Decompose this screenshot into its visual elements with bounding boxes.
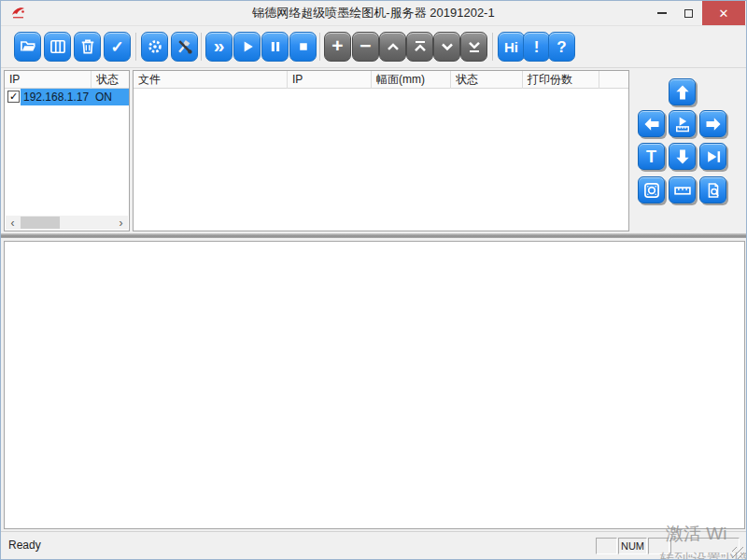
file-column-header[interactable]: 文件 bbox=[134, 71, 288, 89]
open-file-icon bbox=[19, 37, 37, 56]
chevron-up-icon bbox=[384, 37, 402, 56]
ip-column-header[interactable]: IP bbox=[288, 71, 372, 89]
add-button[interactable]: + bbox=[324, 32, 351, 62]
window-title: 锦德网络超级喷墨绘图机-服务器 20191202-1 bbox=[1, 1, 746, 26]
close-icon: ✕ bbox=[719, 7, 729, 21]
status-pane-scrl bbox=[648, 538, 669, 554]
toolbar-separator bbox=[319, 33, 320, 61]
main-toolbar: ✓ » + − bbox=[1, 27, 746, 68]
question-icon: ? bbox=[557, 39, 566, 55]
close-button[interactable]: ✕ bbox=[702, 1, 745, 25]
toolbar-separator bbox=[201, 33, 202, 61]
move-to-top-button[interactable] bbox=[406, 32, 433, 62]
send-all-button[interactable]: » bbox=[205, 32, 233, 62]
chevron-down-icon bbox=[438, 37, 457, 56]
ruler-icon bbox=[673, 181, 692, 200]
settings-button[interactable] bbox=[141, 32, 168, 62]
status-column-header[interactable]: 状态 bbox=[92, 71, 129, 89]
ip-status: ON bbox=[95, 89, 112, 105]
tools-button[interactable] bbox=[171, 32, 198, 62]
splitter-bar[interactable] bbox=[1, 233, 746, 238]
preview-area bbox=[4, 241, 745, 529]
status-column-header[interactable]: 状态 bbox=[451, 71, 523, 89]
hi-icon: Hi bbox=[504, 40, 518, 54]
stop-icon bbox=[294, 37, 313, 56]
pause-button[interactable] bbox=[261, 32, 289, 62]
move-right-button[interactable] bbox=[699, 110, 726, 137]
minimize-icon bbox=[657, 12, 667, 14]
status-pane-extra bbox=[670, 538, 740, 554]
ip-address: 192.168.1.17 bbox=[23, 89, 89, 105]
exclamation-icon: ! bbox=[534, 39, 540, 55]
delete-button[interactable] bbox=[74, 32, 101, 62]
horizontal-scrollbar[interactable]: ‹ › bbox=[6, 216, 128, 230]
ip-row-selection[interactable]: 192.168.1.17 ON bbox=[21, 89, 129, 105]
arrow-up-icon bbox=[673, 83, 692, 102]
move-up-button[interactable] bbox=[379, 32, 406, 62]
skip-end-icon bbox=[704, 147, 723, 166]
move-left-button[interactable] bbox=[638, 110, 665, 137]
arrow-right-icon bbox=[704, 115, 723, 133]
toolbar-separator bbox=[135, 33, 136, 61]
ip-list-header: IP 状态 bbox=[5, 71, 129, 89]
remove-button[interactable]: − bbox=[352, 32, 379, 62]
stop-button[interactable] bbox=[289, 32, 317, 62]
machine-control-panel: T bbox=[632, 70, 745, 231]
check-icon: ✓ bbox=[110, 39, 123, 55]
print-start-button[interactable] bbox=[669, 110, 696, 137]
ip-checkbox[interactable]: ✓ bbox=[7, 91, 20, 103]
play-button[interactable] bbox=[233, 32, 261, 62]
maximize-icon bbox=[684, 9, 693, 18]
letter-t-icon: T bbox=[646, 148, 656, 165]
plus-icon: + bbox=[331, 35, 343, 55]
help-button[interactable]: ? bbox=[548, 32, 575, 62]
move-down-button[interactable] bbox=[433, 32, 460, 62]
scroll-right-icon[interactable]: › bbox=[114, 217, 128, 230]
status-pane-num: NUM bbox=[618, 538, 647, 554]
platform-target-icon bbox=[642, 181, 661, 200]
copies-column-header[interactable]: 打印份数 bbox=[523, 71, 599, 89]
gear-icon bbox=[146, 37, 164, 56]
scrollbar-thumb[interactable] bbox=[21, 217, 60, 229]
move-to-bottom-button[interactable] bbox=[460, 32, 487, 62]
maximize-button[interactable] bbox=[675, 1, 701, 25]
delete-icon bbox=[78, 37, 97, 56]
column-view-icon bbox=[49, 37, 67, 56]
job-table-panel: 文件 IP 幅面(mm) 状态 打印份数 bbox=[133, 70, 629, 231]
move-down-button[interactable] bbox=[669, 143, 696, 170]
minus-icon: − bbox=[359, 35, 371, 55]
move-up-button[interactable] bbox=[669, 78, 696, 105]
resize-grip-icon[interactable] bbox=[732, 547, 744, 559]
doc-preview-icon bbox=[704, 181, 723, 200]
arrow-down-icon bbox=[673, 147, 692, 166]
play-icon bbox=[238, 37, 257, 56]
confirm-check-button[interactable]: ✓ bbox=[104, 32, 131, 62]
text-button[interactable]: T bbox=[638, 143, 665, 170]
open-file-button[interactable] bbox=[14, 32, 41, 62]
measure-button[interactable] bbox=[669, 176, 696, 203]
skip-to-end-button[interactable] bbox=[699, 143, 726, 170]
toolbar-separator bbox=[492, 33, 493, 61]
status-pane-cap bbox=[596, 538, 617, 554]
greeting-button[interactable]: Hi bbox=[498, 32, 525, 62]
alert-button[interactable]: ! bbox=[523, 32, 550, 62]
pause-icon bbox=[266, 37, 285, 56]
minimize-button[interactable] bbox=[649, 1, 675, 25]
ip-column-header[interactable]: IP bbox=[5, 71, 92, 89]
status-text: Ready bbox=[8, 539, 41, 552]
play-ruler-icon bbox=[673, 115, 692, 133]
preview-button[interactable] bbox=[699, 176, 726, 203]
scroll-left-icon[interactable]: ‹ bbox=[6, 217, 20, 230]
chevron-up-bar-icon bbox=[411, 37, 430, 56]
double-chevron-icon: » bbox=[214, 35, 225, 55]
width-column-header[interactable]: 幅面(mm) bbox=[372, 71, 451, 89]
column-view-button[interactable] bbox=[44, 32, 71, 62]
empty-column-header bbox=[599, 71, 628, 89]
ip-row[interactable]: ✓ 192.168.1.17 ON bbox=[5, 89, 129, 105]
tools-icon bbox=[176, 37, 194, 56]
title-bar: 锦德网络超级喷墨绘图机-服务器 20191202-1 ✕ bbox=[1, 1, 746, 26]
platform-button[interactable] bbox=[638, 176, 665, 203]
chevron-down-bar-icon bbox=[465, 37, 484, 56]
arrow-left-icon bbox=[642, 115, 661, 133]
ip-list-panel: IP 状态 ✓ 192.168.1.17 ON ‹ › bbox=[4, 70, 130, 231]
